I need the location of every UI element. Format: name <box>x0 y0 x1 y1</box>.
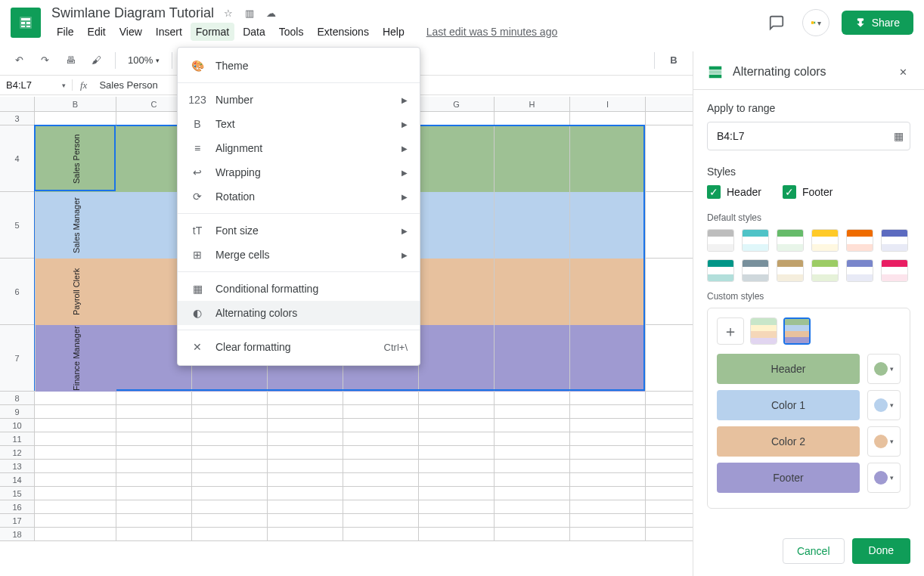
cell-H18[interactable] <box>495 528 570 541</box>
cell-I7[interactable] <box>570 325 646 392</box>
cell-H9[interactable] <box>495 405 570 419</box>
cell-H12[interactable] <box>495 446 570 460</box>
redo-button[interactable]: ↷ <box>33 49 56 72</box>
menu-data[interactable]: Data <box>237 23 271 41</box>
cell-E18[interactable] <box>268 528 343 541</box>
doc-title[interactable]: Swimlane Diagram Tutorial <box>51 5 214 21</box>
cancel-button[interactable]: Cancel <box>783 538 845 564</box>
close-panel-button[interactable]: ✕ <box>895 64 910 79</box>
row-header-17[interactable]: 17 <box>0 514 34 528</box>
cell-H14[interactable] <box>495 473 570 487</box>
cell-D10[interactable] <box>192 419 268 432</box>
cell-B11[interactable] <box>35 432 116 446</box>
cell-B12[interactable] <box>35 446 116 460</box>
cell-G5[interactable] <box>419 192 495 259</box>
format-menu-merge-cells[interactable]: ⊞Merge cells▶ <box>178 243 420 267</box>
cell-G8[interactable] <box>419 392 495 405</box>
default-style-7[interactable] <box>742 259 769 282</box>
default-style-10[interactable] <box>846 259 873 282</box>
col-header-I[interactable]: I <box>570 97 646 111</box>
cell-F10[interactable] <box>343 419 419 432</box>
cell-F15[interactable] <box>343 487 419 500</box>
format-menu-alternating-colors[interactable]: ◐Alternating colors <box>178 301 420 325</box>
cell-D17[interactable] <box>192 514 268 528</box>
cell-G18[interactable] <box>419 528 495 541</box>
color-picker-color-1[interactable]: ▾ <box>867 390 901 420</box>
cell-E12[interactable] <box>268 446 343 460</box>
cell-B8[interactable] <box>35 392 116 405</box>
cell-C15[interactable] <box>116 487 192 500</box>
col-header-G[interactable]: G <box>419 97 495 111</box>
cell-C14[interactable] <box>116 473 192 487</box>
cell-D14[interactable] <box>192 473 268 487</box>
cell-I17[interactable] <box>570 514 646 528</box>
default-style-1[interactable] <box>742 229 769 252</box>
cell-C12[interactable] <box>116 446 192 460</box>
paint-format-button[interactable]: 🖌 <box>85 49 107 72</box>
cell-I13[interactable] <box>570 460 646 473</box>
bold-button[interactable]: B <box>662 49 685 72</box>
row-header-9[interactable]: 9 <box>0 405 34 419</box>
cell-E17[interactable] <box>268 514 343 528</box>
cell-B16[interactable] <box>35 500 116 514</box>
cell-I11[interactable] <box>570 432 646 446</box>
cell-B5[interactable]: Sales Manager <box>35 192 116 259</box>
cell-F14[interactable] <box>343 473 419 487</box>
default-style-3[interactable] <box>811 229 839 252</box>
default-style-5[interactable] <box>881 229 908 252</box>
cell-C17[interactable] <box>116 514 192 528</box>
cell-B15[interactable] <box>35 487 116 500</box>
cell-I10[interactable] <box>570 419 646 432</box>
cell-G13[interactable] <box>419 460 495 473</box>
cell-F9[interactable] <box>343 405 419 419</box>
cell-F11[interactable] <box>343 432 419 446</box>
menu-extensions[interactable]: Extensions <box>312 23 374 41</box>
cell-G4[interactable] <box>419 125 495 192</box>
cell-E11[interactable] <box>268 432 343 446</box>
cell-I18[interactable] <box>570 528 646 541</box>
cell-D12[interactable] <box>192 446 268 460</box>
meet-button[interactable]: ▾ <box>802 9 829 36</box>
cell-G12[interactable] <box>419 446 495 460</box>
cell-H5[interactable] <box>495 192 570 259</box>
sheets-logo[interactable] <box>11 8 41 38</box>
menu-file[interactable]: File <box>51 23 79 41</box>
select-all-corner[interactable] <box>0 97 35 111</box>
cell-I9[interactable] <box>570 405 646 419</box>
format-menu-clear-formatting[interactable]: ✕Clear formattingCtrl+\ <box>178 335 420 359</box>
cell-D9[interactable] <box>192 405 268 419</box>
cell-D18[interactable] <box>192 528 268 541</box>
name-box[interactable]: B4:L7▾ <box>0 79 73 91</box>
row-header-16[interactable]: 16 <box>0 500 34 514</box>
default-style-9[interactable] <box>811 259 839 282</box>
cell-C8[interactable] <box>116 392 192 405</box>
cell-F17[interactable] <box>343 514 419 528</box>
cell-E16[interactable] <box>268 500 343 514</box>
cell-B6[interactable]: Payroll Clerk <box>35 259 116 325</box>
cell-B14[interactable] <box>35 473 116 487</box>
default-style-6[interactable] <box>707 259 734 282</box>
col-header-H[interactable]: H <box>495 97 570 111</box>
cell-G9[interactable] <box>419 405 495 419</box>
menu-edit[interactable]: Edit <box>82 23 111 41</box>
cell-G15[interactable] <box>419 487 495 500</box>
comments-icon[interactable] <box>763 9 790 36</box>
cell-H4[interactable] <box>495 125 570 192</box>
move-icon[interactable]: ▥ <box>243 6 256 20</box>
cell-C18[interactable] <box>116 528 192 541</box>
row-header-4[interactable]: 4 <box>0 125 34 192</box>
format-menu-conditional-formatting[interactable]: ▦Conditional formatting <box>178 277 420 301</box>
star-icon[interactable]: ☆ <box>222 6 235 20</box>
cell-D16[interactable] <box>192 500 268 514</box>
cell-B7[interactable]: Finance Manager <box>35 325 116 392</box>
menu-tools[interactable]: Tools <box>274 23 309 41</box>
cell-E14[interactable] <box>268 473 343 487</box>
cell-I12[interactable] <box>570 446 646 460</box>
row-header-8[interactable]: 8 <box>0 392 34 405</box>
format-menu-wrapping[interactable]: ↩Wrapping▶ <box>178 160 420 184</box>
cell-G11[interactable] <box>419 432 495 446</box>
cell-H10[interactable] <box>495 419 570 432</box>
cell-C10[interactable] <box>116 419 192 432</box>
grid-icon[interactable]: ▦ <box>894 130 904 142</box>
row-header-13[interactable]: 13 <box>0 460 34 473</box>
